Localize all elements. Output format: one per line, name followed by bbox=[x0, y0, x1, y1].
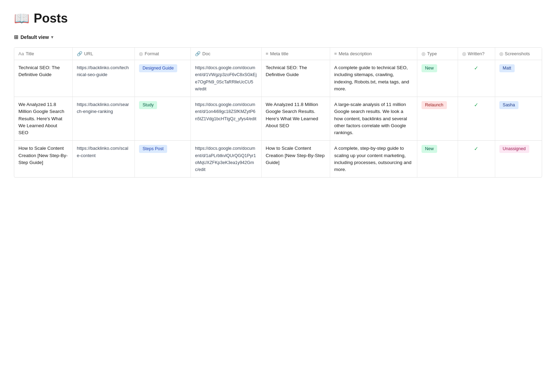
col-header-format[interactable]: ◎ Format bbox=[135, 48, 191, 60]
view-label: Default view bbox=[21, 34, 49, 40]
col-label-doc: Doc bbox=[202, 51, 210, 56]
col-label-url: URL bbox=[84, 51, 93, 56]
cell-format: Study bbox=[135, 97, 191, 141]
cell-format: Designed Guide bbox=[135, 60, 191, 97]
metadesc-col-icon: ≡ bbox=[334, 51, 337, 56]
title-col-icon: Aa bbox=[18, 51, 24, 56]
cell-written: ✓ bbox=[458, 141, 495, 178]
cell-screenshots: Sasha bbox=[495, 97, 542, 141]
col-header-url[interactable]: 🔗 URL bbox=[72, 48, 134, 60]
col-label-title: Title bbox=[26, 51, 34, 56]
table-icon: ⊞ bbox=[14, 34, 18, 40]
cell-url: https://backlinko.com/technical-seo-guid… bbox=[72, 60, 134, 97]
cell-metadesc: A complete guide to technical SEO, inclu… bbox=[330, 60, 417, 97]
cell-screenshots: Matt bbox=[495, 60, 542, 97]
cell-doc: https://docs.google.com/document/d/1VWgz… bbox=[191, 60, 261, 97]
type-col-icon: ◎ bbox=[422, 51, 425, 56]
cell-type: New bbox=[417, 141, 458, 178]
col-header-screenshots[interactable]: ◎ Screenshots bbox=[495, 48, 542, 60]
metatitle-col-icon: ≡ bbox=[266, 51, 269, 56]
col-header-written[interactable]: ◎ Written? bbox=[458, 48, 495, 60]
cell-metatitle: Technical SEO: The Definitive Guide bbox=[261, 60, 330, 97]
col-label-metatitle: Meta title bbox=[270, 51, 288, 56]
cell-url: https://backlinko.com/scale-content bbox=[72, 141, 134, 178]
cell-format: Steps Post bbox=[135, 141, 191, 178]
cell-title: Technical SEO: The Definitive Guide bbox=[14, 60, 72, 97]
table-header-row: Aa Title 🔗 URL ◎ Format bbox=[14, 48, 542, 60]
table-row: Technical SEO: The Definitive Guide http… bbox=[14, 60, 542, 97]
url-col-icon: 🔗 bbox=[77, 51, 82, 56]
cell-metatitle: We Analyzed 11.8 Million Google Search R… bbox=[261, 97, 330, 141]
posts-table: Aa Title 🔗 URL ◎ Format bbox=[14, 48, 542, 177]
page-header: 📖 Posts bbox=[14, 11, 542, 26]
cell-title: How to Scale Content Creation [New Step-… bbox=[14, 141, 72, 178]
col-header-type[interactable]: ◎ Type bbox=[417, 48, 458, 60]
cell-metadesc: A complete, step-by-step guide to scalin… bbox=[330, 141, 417, 178]
cell-written: ✓ bbox=[458, 60, 495, 97]
view-selector[interactable]: ⊞ Default view ▾ bbox=[14, 34, 542, 40]
col-header-metatitle[interactable]: ≡ Meta title bbox=[261, 48, 330, 60]
chevron-down-icon: ▾ bbox=[51, 35, 53, 40]
page-title: Posts bbox=[34, 11, 68, 26]
col-label-metadesc: Meta description bbox=[338, 51, 371, 56]
screenshots-col-icon: ◎ bbox=[499, 51, 503, 56]
cell-written: ✓ bbox=[458, 97, 495, 141]
doc-col-icon: 🔗 bbox=[195, 51, 201, 56]
col-label-written: Written? bbox=[468, 51, 484, 56]
cell-type: Relaunch bbox=[417, 97, 458, 141]
table-row: How to Scale Content Creation [New Step-… bbox=[14, 141, 542, 178]
col-header-doc[interactable]: 🔗 Doc bbox=[191, 48, 261, 60]
cell-metadesc: A large-scale analysis of 11 million Goo… bbox=[330, 97, 417, 141]
cell-doc: https://docs.google.com/document/d/1aPLr… bbox=[191, 141, 261, 178]
written-col-icon: ◎ bbox=[462, 51, 466, 56]
col-label-screenshots: Screenshots bbox=[505, 51, 530, 56]
cell-metatitle: How to Scale Content Creation [New Step-… bbox=[261, 141, 330, 178]
cell-screenshots: Unassigned bbox=[495, 141, 542, 178]
col-label-type: Type bbox=[427, 51, 437, 56]
col-header-metadesc[interactable]: ≡ Meta description bbox=[330, 48, 417, 60]
col-label-format: Format bbox=[145, 51, 159, 56]
cell-type: New bbox=[417, 60, 458, 97]
cell-url: https://backlinko.com/search-engine-rank… bbox=[72, 97, 134, 141]
posts-table-container: Aa Title 🔗 URL ◎ Format bbox=[14, 47, 542, 178]
cell-title: We Analyzed 11.8 Million Google Search R… bbox=[14, 97, 72, 141]
col-header-title[interactable]: Aa Title bbox=[14, 48, 72, 60]
table-row: We Analyzed 11.8 Million Google Search R… bbox=[14, 97, 542, 141]
format-col-icon: ◎ bbox=[139, 51, 143, 56]
cell-doc: https://docs.google.com/document/d/1on4i… bbox=[191, 97, 261, 141]
page-icon: 📖 bbox=[14, 11, 30, 26]
